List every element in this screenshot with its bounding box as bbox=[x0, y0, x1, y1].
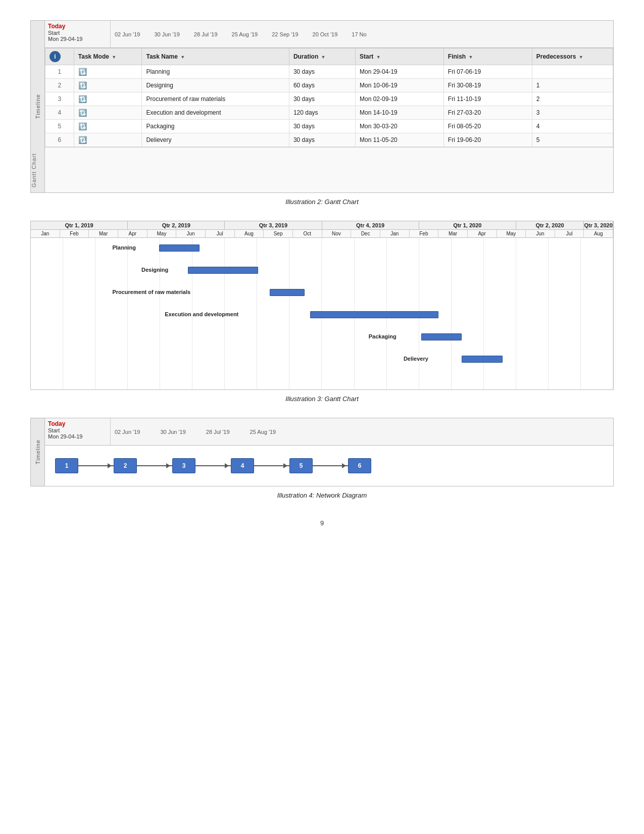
gantt-visual-task-row: Execution and development bbox=[31, 310, 613, 321]
network-node-1: 1 bbox=[55, 458, 78, 473]
task-mode-cell: 🔃 bbox=[74, 120, 142, 133]
gantt-main-area: Today Start Mon 29-04-19 02 Jun '19 30 J… bbox=[45, 21, 613, 192]
duration-cell: 30 days bbox=[289, 65, 355, 79]
gantt-data-table: i Task Mode ▼ Task Name ▼ Duration ▼ Sta bbox=[45, 48, 613, 147]
gantt-task-label: Designing bbox=[141, 267, 168, 273]
gantt-task-bar bbox=[421, 333, 462, 340]
network-arrow-1 bbox=[78, 465, 114, 466]
network-sidebar: Timeline bbox=[31, 418, 45, 486]
month-header-18: Jun bbox=[526, 230, 555, 237]
network-body: 123456 bbox=[45, 446, 613, 486]
network-timeline-start: Today Start Mon 29-04-19 bbox=[45, 418, 111, 445]
month-header-15: Mar bbox=[438, 230, 468, 237]
quarter-header-6: Qtr 2, 2020 bbox=[516, 221, 584, 229]
row-id: 6 bbox=[45, 133, 74, 147]
network-date-3: 28 Jul '19 bbox=[206, 429, 230, 435]
row-id: 5 bbox=[45, 120, 74, 133]
task-mode-icon: 🔃 bbox=[78, 122, 87, 130]
duration-cell: 120 days bbox=[289, 106, 355, 120]
quarter-header-3: Qtr 3, 2019 bbox=[225, 221, 322, 229]
timeline-start-area: Today Start Mon 29-04-19 bbox=[45, 21, 111, 47]
gantt-task-bar bbox=[270, 289, 305, 296]
table-row: 5 🔃 Packaging 30 days Mon 30-03-20 Fri 0… bbox=[45, 120, 613, 133]
gantt-task-label: Planning bbox=[112, 244, 135, 251]
gantt-visual-task-row: Planning bbox=[31, 243, 613, 254]
gantt-visual-quarter-header: Qtr 1, 2019Qtr 2, 2019Qtr 3, 2019Qtr 4, … bbox=[31, 221, 613, 230]
start-cell: Mon 14-10-19 bbox=[356, 106, 444, 120]
illustration-3-wrapper: Qtr 1, 2019Qtr 2, 2019Qtr 3, 2019Qtr 4, … bbox=[30, 221, 614, 403]
task-name-cell: Procurement of raw materials bbox=[142, 92, 289, 106]
duration-cell: 30 days bbox=[289, 92, 355, 106]
finish-dropdown-arrow: ▼ bbox=[469, 55, 473, 60]
network-arrow-2 bbox=[137, 465, 172, 466]
info-icon: i bbox=[49, 51, 61, 62]
row-id: 2 bbox=[45, 79, 74, 92]
timeline-date-3: 28 Jul '19 bbox=[194, 31, 218, 37]
th-finish[interactable]: Finish ▼ bbox=[443, 48, 532, 65]
network-node-2: 2 bbox=[114, 458, 137, 473]
task-name-cell: Execution and development bbox=[142, 106, 289, 120]
gantt-sidebar-label: Timeline bbox=[35, 94, 41, 119]
table-row: 4 🔃 Execution and development 120 days M… bbox=[45, 106, 613, 120]
timeline-date-1: 02 Jun '19 bbox=[115, 31, 140, 37]
task-mode-cell: 🔃 bbox=[74, 133, 142, 147]
start-cell: Mon 02-09-19 bbox=[356, 92, 444, 106]
network-arrow-3 bbox=[195, 465, 231, 466]
th-taskname[interactable]: Task Name ▼ bbox=[142, 48, 289, 65]
duration-cell: 30 days bbox=[289, 120, 355, 133]
month-header-17: May bbox=[497, 230, 526, 237]
th-predecessors[interactable]: Predecessors ▼ bbox=[532, 48, 613, 65]
task-mode-cell: 🔃 bbox=[74, 65, 142, 79]
task-mode-icon: 🔃 bbox=[78, 95, 87, 103]
network-container: Timeline Today Start Mon 29-04-19 02 Jun… bbox=[30, 418, 614, 486]
duration-dropdown-arrow: ▼ bbox=[321, 55, 326, 60]
arrow-line-1 bbox=[78, 465, 114, 466]
gantt-visual-body: PlanningDesigningProcurement of raw mate… bbox=[31, 238, 613, 389]
network-sidebar-label: Timeline bbox=[35, 439, 41, 464]
th-rownum: i bbox=[45, 48, 74, 65]
gantt-task-label: Execution and development bbox=[165, 311, 238, 317]
task-name-cell: Designing bbox=[142, 79, 289, 92]
start-dropdown-arrow: ▼ bbox=[376, 55, 381, 60]
timeline-header: Today Start Mon 29-04-19 02 Jun '19 30 J… bbox=[45, 21, 613, 48]
network-start-label: Start bbox=[48, 427, 107, 433]
predecessors-cell: 5 bbox=[532, 133, 613, 147]
task-mode-icon: 🔃 bbox=[78, 109, 87, 117]
quarter-header-2: Qtr 2, 2019 bbox=[128, 221, 225, 229]
task-mode-cell: 🔃 bbox=[74, 79, 142, 92]
start-cell: Mon 30-03-20 bbox=[356, 120, 444, 133]
th-duration[interactable]: Duration ▼ bbox=[289, 48, 355, 65]
month-header-7: Jul bbox=[206, 230, 235, 237]
month-header-2: Feb bbox=[60, 230, 89, 237]
finish-cell: Fri 08-05-20 bbox=[443, 120, 532, 133]
timeline-dates: 02 Jun '19 30 Jun '19 28 Jul '19 25 Aug … bbox=[111, 21, 613, 47]
arrow-line-4 bbox=[254, 465, 289, 466]
finish-cell: Fri 07-06-19 bbox=[443, 65, 532, 79]
task-mode-icon: 🔃 bbox=[78, 68, 87, 76]
predecessors-cell: 1 bbox=[532, 79, 613, 92]
month-header-12: Dec bbox=[351, 230, 380, 237]
gantt-task-bar bbox=[310, 311, 438, 318]
th-taskmode[interactable]: Task Mode ▼ bbox=[74, 48, 142, 65]
page-number: 9 bbox=[30, 519, 614, 527]
predecessors-cell: 2 bbox=[532, 92, 613, 106]
network-date-1: 02 Jun '19 bbox=[115, 429, 140, 435]
network-today-label: Today bbox=[48, 420, 107, 427]
month-header-10: Oct bbox=[293, 230, 322, 237]
gantt-task-bar bbox=[159, 244, 200, 252]
start-cell: Mon 11-05-20 bbox=[356, 133, 444, 147]
th-start[interactable]: Start ▼ bbox=[356, 48, 444, 65]
quarter-header-4: Qtr 4, 2019 bbox=[322, 221, 419, 229]
network-node-6: 6 bbox=[348, 458, 371, 473]
network-node-3: 3 bbox=[172, 458, 195, 473]
gantt-visual-task-row: Procurement of raw materials bbox=[31, 287, 613, 299]
month-header-6: Jun bbox=[176, 230, 206, 237]
gantt-task-bar bbox=[462, 356, 503, 363]
gantt-task-label: Packaging bbox=[369, 333, 397, 339]
gantt-task-label: Procurement of raw materials bbox=[112, 289, 190, 295]
task-mode-cell: 🔃 bbox=[74, 92, 142, 106]
finish-cell: Fri 30-08-19 bbox=[443, 79, 532, 92]
arrow-line-5 bbox=[313, 465, 348, 466]
predecessors-cell: 3 bbox=[532, 106, 613, 120]
task-name-cell: Planning bbox=[142, 65, 289, 79]
